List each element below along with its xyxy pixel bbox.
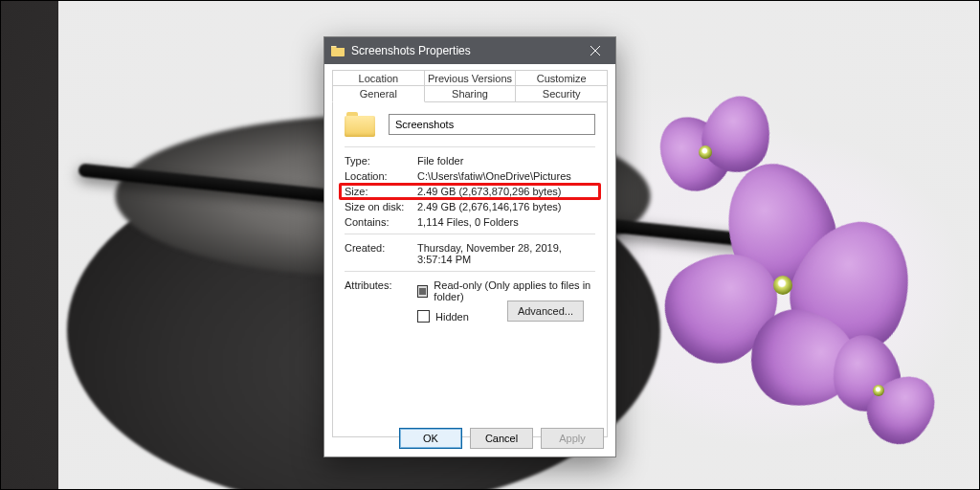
readonly-label: Read-only (Only applies to files in fold… — [434, 279, 595, 302]
readonly-checkbox[interactable]: Read-only (Only applies to files in fold… — [417, 279, 595, 302]
contains-label: Contains: — [345, 216, 417, 228]
titlebar[interactable]: Screenshots Properties — [324, 37, 615, 64]
sizeondisk-label: Size on disk: — [345, 201, 417, 212]
divider — [345, 146, 595, 147]
attributes-label: Attributes: — [345, 279, 417, 291]
properties-dialog: Screenshots Properties Location Previous… — [323, 36, 616, 457]
bg-flower-center — [873, 385, 884, 396]
tabs-row-back: Location Previous Versions Customize — [332, 70, 608, 86]
size-label: Size: — [345, 186, 417, 197]
folder-icon — [330, 43, 345, 58]
dialog-button-row: OK Cancel Apply — [324, 428, 615, 449]
tab-security[interactable]: Security — [516, 85, 608, 102]
tab-customize[interactable]: Customize — [516, 70, 608, 86]
bg-flower-center — [773, 276, 792, 295]
folder-name-input[interactable]: Screenshots — [389, 114, 595, 135]
location-label: Location: — [345, 170, 417, 182]
contains-value: 1,114 Files, 0 Folders — [417, 216, 595, 228]
bg-flower-center — [699, 145, 712, 159]
sizeondisk-value: 2.49 GB (2,676,146,176 bytes) — [417, 201, 595, 212]
size-value: 2.49 GB (2,673,870,296 bytes) — [417, 186, 595, 197]
checkbox-box-icon — [417, 310, 430, 323]
ok-button[interactable]: OK — [399, 428, 462, 449]
type-value: File folder — [417, 155, 595, 167]
divider — [345, 271, 595, 272]
hidden-label: Hidden — [435, 311, 469, 323]
created-value: Thursday, November 28, 2019, 3:57:14 PM — [417, 242, 595, 265]
tabs-area: Location Previous Versions Customize Gen… — [324, 64, 615, 437]
divider — [345, 234, 595, 234]
hidden-checkbox[interactable]: Hidden — [417, 310, 469, 323]
close-button[interactable] — [575, 37, 615, 64]
tab-location[interactable]: Location — [332, 70, 425, 86]
created-label: Created: — [345, 242, 417, 265]
tabs-row-front: General Sharing Security — [332, 85, 608, 102]
type-label: Type: — [345, 155, 417, 167]
close-icon — [590, 46, 600, 56]
folder-large-icon — [345, 112, 375, 137]
tab-general[interactable]: General — [332, 85, 425, 102]
checkbox-box-icon — [417, 285, 428, 298]
window-title: Screenshots Properties — [351, 44, 575, 57]
advanced-button[interactable]: Advanced... — [507, 301, 584, 322]
tab-previous-versions[interactable]: Previous Versions — [425, 70, 517, 86]
tab-panel-general: Screenshots Type:File folder Location:C:… — [332, 102, 608, 437]
apply-button[interactable]: Apply — [541, 428, 604, 449]
tab-sharing[interactable]: Sharing — [425, 85, 517, 102]
location-value: C:\Users\fatiw\OneDrive\Pictures — [417, 170, 595, 182]
cancel-button[interactable]: Cancel — [470, 428, 533, 449]
